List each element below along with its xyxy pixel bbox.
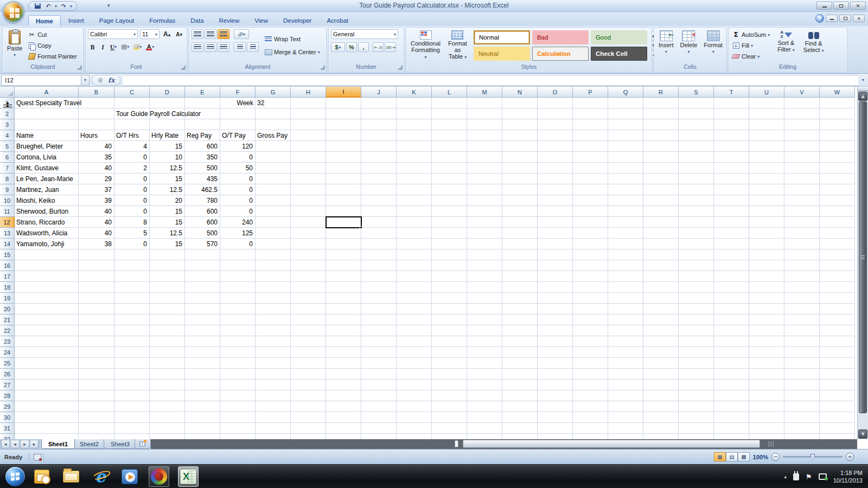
- cell-U31[interactable]: [749, 423, 784, 434]
- cell-F32[interactable]: [220, 434, 256, 439]
- cell-Q10[interactable]: [608, 195, 643, 206]
- cell-U27[interactable]: [749, 380, 784, 390]
- cell-S22[interactable]: [679, 325, 714, 336]
- cell-B6[interactable]: 35: [79, 152, 114, 163]
- scroll-down-button[interactable]: ▼: [858, 429, 867, 439]
- row-header-19[interactable]: 19: [0, 293, 15, 304]
- cell-A25[interactable]: [15, 358, 79, 369]
- cell-L19[interactable]: [432, 293, 467, 304]
- cell-K5[interactable]: [397, 141, 432, 152]
- cell-H3[interactable]: [291, 119, 326, 130]
- cell-K25[interactable]: [397, 358, 432, 369]
- cell-R31[interactable]: [643, 423, 679, 434]
- cell-N10[interactable]: [502, 195, 538, 206]
- cell-U10[interactable]: [749, 195, 784, 206]
- cell-K10[interactable]: [397, 195, 432, 206]
- cell-B4[interactable]: Hours: [79, 130, 114, 141]
- cell-U7[interactable]: [749, 163, 784, 174]
- find-select-button[interactable]: Find &Select ▾: [801, 29, 826, 62]
- formula-input[interactable]: [123, 75, 858, 86]
- cell-V28[interactable]: [784, 390, 820, 401]
- column-header-K[interactable]: K: [397, 87, 432, 98]
- cell-V7[interactable]: [784, 163, 820, 174]
- cell-D15[interactable]: [150, 249, 185, 260]
- cell-M8[interactable]: [467, 174, 502, 184]
- cell-F25[interactable]: [220, 358, 256, 369]
- cell-D1[interactable]: [150, 98, 185, 108]
- cell-V2[interactable]: [784, 108, 820, 119]
- cell-G30[interactable]: [256, 412, 291, 423]
- cell-Q8[interactable]: [608, 174, 643, 184]
- bottom-align-button[interactable]: [218, 29, 229, 39]
- cell-K20[interactable]: [397, 304, 432, 314]
- cell-H7[interactable]: [291, 163, 326, 174]
- cell-C23[interactable]: [114, 336, 150, 347]
- cell-V30[interactable]: [784, 412, 820, 423]
- cell-B12[interactable]: 40: [79, 217, 114, 228]
- cell-R12[interactable]: [643, 217, 679, 228]
- cell-J23[interactable]: [361, 336, 397, 347]
- cell-N7[interactable]: [502, 163, 538, 174]
- row-header-10[interactable]: 10: [0, 195, 15, 206]
- horizontal-scrollbar[interactable]: [151, 439, 857, 449]
- cell-K22[interactable]: [397, 325, 432, 336]
- cell-G15[interactable]: [256, 249, 291, 260]
- copy-button[interactable]: Copy: [27, 41, 78, 50]
- cell-F13[interactable]: 125: [220, 228, 256, 239]
- cell-M19[interactable]: [467, 293, 502, 304]
- cell-T1[interactable]: [714, 98, 749, 108]
- cell-E25[interactable]: [185, 358, 220, 369]
- cell-Q7[interactable]: [608, 163, 643, 174]
- cell-A1[interactable]: Quest Specialty Travel: [15, 98, 79, 108]
- cell-K13[interactable]: [397, 228, 432, 239]
- cell-E15[interactable]: [185, 249, 220, 260]
- cell-N32[interactable]: [502, 434, 538, 439]
- cell-I26[interactable]: [326, 369, 361, 380]
- font-size-select[interactable]: 11▾: [140, 29, 159, 39]
- cell-J29[interactable]: [361, 401, 397, 412]
- cell-P17[interactable]: [573, 271, 608, 282]
- cell-K1[interactable]: [397, 98, 432, 108]
- column-header-C[interactable]: C: [114, 87, 150, 98]
- cut-button[interactable]: ✂Cut: [27, 30, 78, 39]
- cell-P24[interactable]: [573, 347, 608, 358]
- cell-T27[interactable]: [714, 380, 749, 390]
- cell-U25[interactable]: [749, 358, 784, 369]
- cell-I4[interactable]: [326, 130, 361, 141]
- cell-T13[interactable]: [714, 228, 749, 239]
- cell-I8[interactable]: [326, 174, 361, 184]
- cell-W23[interactable]: [820, 336, 855, 347]
- bold-button[interactable]: B: [88, 42, 97, 52]
- cell-F23[interactable]: [220, 336, 256, 347]
- cell-M25[interactable]: [467, 358, 502, 369]
- cell-M11[interactable]: [467, 206, 502, 217]
- cell-M21[interactable]: [467, 314, 502, 325]
- cell-O23[interactable]: [538, 336, 573, 347]
- column-header-M[interactable]: M: [467, 87, 502, 98]
- cell-W14[interactable]: [820, 239, 855, 249]
- cell-P16[interactable]: [573, 260, 608, 271]
- cell-U11[interactable]: [749, 206, 784, 217]
- shrink-font-button[interactable]: A▼: [174, 30, 184, 39]
- cell-V25[interactable]: [784, 358, 820, 369]
- cell-L30[interactable]: [432, 412, 467, 423]
- cell-W11[interactable]: [820, 206, 855, 217]
- cell-N16[interactable]: [502, 260, 538, 271]
- column-header-V[interactable]: V: [784, 87, 820, 98]
- cell-L9[interactable]: [432, 184, 467, 195]
- cell-S16[interactable]: [679, 260, 714, 271]
- cell-P25[interactable]: [573, 358, 608, 369]
- workbook-minimize-button[interactable]: [826, 15, 838, 22]
- cell-S30[interactable]: [679, 412, 714, 423]
- cell-T9[interactable]: [714, 184, 749, 195]
- cell-R18[interactable]: [643, 282, 679, 293]
- cell-K30[interactable]: [397, 412, 432, 423]
- cell-C21[interactable]: [114, 314, 150, 325]
- cell-G26[interactable]: [256, 369, 291, 380]
- cell-S7[interactable]: [679, 163, 714, 174]
- cell-B14[interactable]: 38: [79, 239, 114, 249]
- cell-N25[interactable]: [502, 358, 538, 369]
- cell-W20[interactable]: [820, 304, 855, 314]
- cell-T10[interactable]: [714, 195, 749, 206]
- cell-W2[interactable]: [820, 108, 855, 119]
